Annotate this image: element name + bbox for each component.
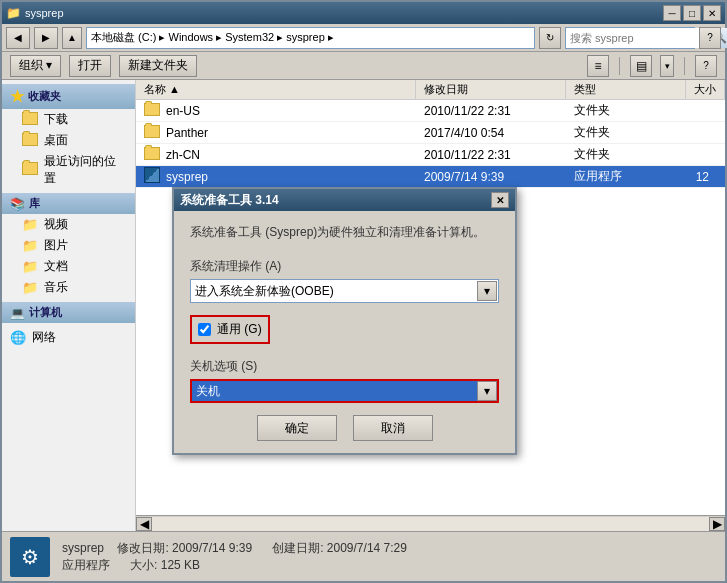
new-folder-label: 新建文件夹 <box>128 57 188 74</box>
ok-button[interactable]: 确定 <box>257 415 337 441</box>
organize-button[interactable]: 组织 ▾ <box>10 55 61 77</box>
recent-label: 最近访问的位置 <box>44 153 127 187</box>
computer-label: 计算机 <box>29 305 62 320</box>
section1-label: 系统清理操作 (A) <box>190 258 499 275</box>
minimize-button[interactable]: ─ <box>663 5 681 21</box>
sidebar-item-music[interactable]: 📁 音乐 <box>2 277 135 298</box>
search-input[interactable] <box>566 28 712 48</box>
status-bar: ⚙ sysprep 修改日期: 2009/7/14 9:39 创建日期: 200… <box>2 531 725 581</box>
favorites-header[interactable]: ★ 收藏夹 <box>2 84 135 109</box>
open-label: 打开 <box>78 57 102 74</box>
status-type: 应用程序 <box>62 558 110 572</box>
generic-checkbox[interactable] <box>198 323 211 336</box>
recent-folder-icon <box>22 162 38 178</box>
system-cleanup-select[interactable]: 进入系统全新体验(OOBE) <box>190 279 499 303</box>
section1-select-wrapper: 进入系统全新体验(OOBE) ▾ <box>190 279 499 303</box>
sidebar-item-recent[interactable]: 最近访问的位置 <box>2 151 135 189</box>
address-path[interactable]: 本地磁盘 (C:) ▸ Windows ▸ System32 ▸ sysprep… <box>86 27 535 49</box>
status-create-label: 创建日期: <box>272 541 323 555</box>
desktop-folder-icon <box>22 133 38 149</box>
download-folder-icon <box>22 112 38 128</box>
libraries-section: 📚 库 📁 视频 📁 图片 📁 文档 📁 音乐 <box>2 193 135 298</box>
computer-header[interactable]: 💻 计算机 <box>2 302 135 323</box>
help-toolbar-button[interactable]: ? <box>695 55 717 77</box>
col-header-date[interactable]: 修改日期 <box>416 80 566 99</box>
window-icon: 📁 <box>6 6 21 20</box>
dialog-title: 系统准备工具 3.14 <box>180 192 279 209</box>
scroll-left-button[interactable]: ◀ <box>136 517 152 531</box>
dialog-close-button[interactable]: ✕ <box>491 192 509 208</box>
table-row[interactable]: zh-CN 2010/11/22 2:31 文件夹 <box>136 144 725 166</box>
scroll-right-button[interactable]: ▶ <box>709 517 725 531</box>
file-type: 应用程序 <box>566 166 686 187</box>
refresh-button[interactable]: ↻ <box>539 27 561 49</box>
view-menu-button[interactable]: ▾ <box>660 55 674 77</box>
pictures-label: 图片 <box>44 237 68 254</box>
status-size-label: 大小: <box>130 558 157 572</box>
help-button[interactable]: ? <box>699 27 721 49</box>
folder-icon <box>144 147 160 163</box>
sidebar: ★ 收藏夹 下载 <box>2 80 136 531</box>
status-create-date: 2009/7/14 7:29 <box>327 541 407 555</box>
file-size: 12 <box>686 168 725 186</box>
col-header-size[interactable]: 大小 <box>686 80 725 99</box>
file-date: 2009/7/14 9:39 <box>416 168 566 186</box>
file-name: Panther <box>166 126 208 140</box>
status-modify-label: 修改日期: <box>117 541 168 555</box>
dialog-body: 系统准备工具 (Sysprep)为硬件独立和清理准备计算机。 系统清理操作 (A… <box>174 211 515 453</box>
network-label: 网络 <box>32 329 56 346</box>
music-icon: 📁 <box>22 280 38 295</box>
libraries-header[interactable]: 📚 库 <box>2 193 135 214</box>
dialog-description: 系统准备工具 (Sysprep)为硬件独立和清理准备计算机。 <box>190 223 499 242</box>
toolbar: 组织 ▾ 打开 新建文件夹 ≡ ▤ ▾ ? <box>2 52 725 80</box>
table-row[interactable]: en-US 2010/11/22 2:31 文件夹 <box>136 100 725 122</box>
new-folder-button[interactable]: 新建文件夹 <box>119 55 197 77</box>
status-size: 125 KB <box>161 558 200 572</box>
sidebar-item-desktop[interactable]: 桌面 <box>2 130 135 151</box>
close-button[interactable]: ✕ <box>703 5 721 21</box>
scroll-track <box>152 517 709 531</box>
toolbar-separator <box>619 57 620 75</box>
view-options-button[interactable]: ≡ <box>587 55 609 77</box>
col-header-name[interactable]: 名称 ▲ <box>136 80 416 99</box>
generic-checkbox-row: 通用 (G) <box>190 315 270 344</box>
sidebar-item-download[interactable]: 下载 <box>2 109 135 130</box>
section2-select-wrapper: 关机 ▾ <box>190 379 499 403</box>
status-app-icon: ⚙ <box>10 537 50 577</box>
sysprep-dialog: 系统准备工具 3.14 ✕ 系统准备工具 (Sysprep)为硬件独立和清理准备… <box>172 187 517 455</box>
file-date: 2010/11/22 2:31 <box>416 146 566 164</box>
col-header-type[interactable]: 类型 <box>566 80 686 99</box>
file-name: en-US <box>166 104 200 118</box>
up-button[interactable]: ▲ <box>62 27 82 49</box>
horizontal-scrollbar[interactable]: ◀ ▶ <box>136 515 725 531</box>
back-button[interactable]: ◀ <box>6 27 30 49</box>
network-icon: 🌐 <box>10 330 26 345</box>
computer-section: 💻 计算机 <box>2 302 135 323</box>
table-row-selected[interactable]: sysprep 2009/7/14 9:39 应用程序 12 <box>136 166 725 188</box>
view-toggle-button[interactable]: ▤ <box>630 55 652 77</box>
sidebar-item-pictures[interactable]: 📁 图片 <box>2 235 135 256</box>
forward-button[interactable]: ▶ <box>34 27 58 49</box>
cancel-button[interactable]: 取消 <box>353 415 433 441</box>
organize-label: 组织 ▾ <box>19 57 52 74</box>
library-icon: 📚 <box>10 197 25 211</box>
sidebar-item-documents[interactable]: 📁 文档 <box>2 256 135 277</box>
restore-button[interactable]: □ <box>683 5 701 21</box>
computer-icon: 💻 <box>10 306 25 320</box>
documents-label: 文档 <box>44 258 68 275</box>
libraries-label: 库 <box>29 196 40 211</box>
open-button[interactable]: 打开 <box>69 55 111 77</box>
sidebar-item-network[interactable]: 🌐 网络 <box>2 327 135 348</box>
title-bar: 📁 sysprep ─ □ ✕ <box>2 2 725 24</box>
table-row[interactable]: Panther 2017/4/10 0:54 文件夹 <box>136 122 725 144</box>
favorites-label: 收藏夹 <box>28 89 61 104</box>
shutdown-select[interactable]: 关机 <box>190 379 499 403</box>
status-filename: sysprep <box>62 541 104 555</box>
desktop-label: 桌面 <box>44 132 68 149</box>
file-name: zh-CN <box>166 148 200 162</box>
dialog-title-bar: 系统准备工具 3.14 ✕ <box>174 189 515 211</box>
search-box: 🔍 <box>565 27 695 49</box>
favorites-section: ★ 收藏夹 下载 <box>2 84 135 189</box>
sidebar-item-video[interactable]: 📁 视频 <box>2 214 135 235</box>
file-type: 文件夹 <box>566 144 686 165</box>
